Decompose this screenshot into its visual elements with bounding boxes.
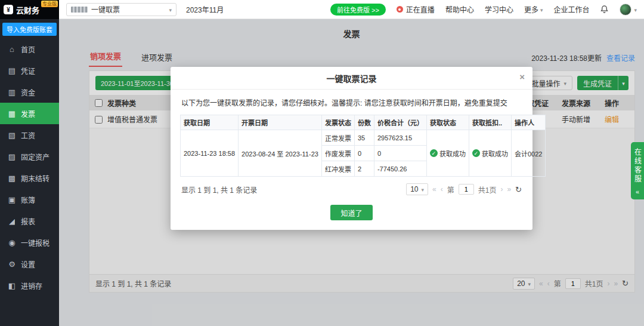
import-free-account-button[interactable]: 导入免费版账套 [2, 23, 57, 36]
record-row: 2023-11-23 18:58 2023-08-24 至 2023-11-23… [181, 130, 546, 146]
success-icon [472, 149, 480, 157]
enterprise-workbench-link[interactable]: 企业工作台 [553, 4, 589, 14]
cell-amount: -77450.26 [374, 161, 426, 177]
chevron-down-icon [634, 5, 637, 14]
chevron-down-icon [421, 185, 424, 193]
next-page-button[interactable] [500, 185, 503, 193]
sidebar-item-carryover[interactable]: ▩ 期末结转 [0, 167, 59, 189]
more-menu[interactable]: 更多 [524, 4, 543, 14]
records-table-header: 获取日期 开票日期 发票状态 份数 价税合计（元） 获取状态 获取抵扣.. 操作… [181, 115, 546, 130]
sidebar-item-invoice[interactable]: ▦ 发票 [0, 103, 59, 124]
goto-free-version-button[interactable]: 前往免费版 >> [330, 4, 386, 16]
voucher-icon: ▤ [8, 66, 16, 75]
sidebar-item-label: 报表 [21, 216, 35, 226]
sidebar-item-inventory[interactable]: ◧ 进销存 [0, 275, 59, 296]
sidebar-item-funds[interactable]: ▥ 资金 [0, 81, 59, 103]
account-select[interactable]: 一键取票 [66, 3, 177, 16]
col-header-amount: 价税合计（元） [374, 115, 426, 130]
close-icon[interactable]: × [519, 72, 525, 81]
sidebar-item-label: 账簿 [21, 195, 35, 205]
header-actions: 前往免费版 >> 正在直播 帮助中心 学习中心 更多 企业工作台 [330, 4, 637, 16]
col-header-count: 份数 [354, 115, 374, 130]
page-size-select[interactable]: 10 [406, 183, 428, 195]
pro-version-badge: 专业版 [41, 1, 58, 7]
accounting-period[interactable]: 2023年11月 [186, 4, 224, 14]
page-size-value: 10 [410, 185, 418, 193]
success-icon [430, 149, 438, 157]
online-service-tab[interactable]: 在线客服 « [631, 142, 644, 199]
first-page-button[interactable] [432, 185, 436, 193]
fetch-status-label: 获取成功 [439, 149, 466, 158]
cell-amount: 0 [374, 146, 426, 161]
sidebar-item-tax[interactable]: ◉ 一键报税 [0, 232, 59, 253]
cell-status: 正常发票 [321, 130, 354, 146]
sidebar-item-label: 首页 [21, 44, 35, 54]
cell-count: 35 [354, 130, 374, 146]
cell-count: 0 [354, 146, 374, 161]
pagination-summary: 显示 1 到 1, 共 1 条记录 [181, 184, 257, 195]
col-header-fetch-status: 获取状态 [426, 115, 469, 130]
top-header: 一键取票 2023年11月 前往免费版 >> 正在直播 帮助中心 学习中心 更多… [59, 0, 644, 19]
sidebar-item-label: 发票 [21, 109, 35, 119]
page-total-label: 共1页 [478, 184, 497, 195]
cell-amount: 2957623.15 [374, 130, 426, 146]
help-center-link[interactable]: 帮助中心 [445, 4, 474, 14]
collapse-icon: « [636, 188, 639, 195]
sidebar-item-fixed-assets[interactable]: ▨ 固定资产 [0, 146, 59, 167]
notification-bell-icon[interactable] [600, 5, 609, 14]
study-center-link[interactable]: 学习中心 [485, 4, 513, 14]
avatar [620, 4, 631, 16]
logo-icon [4, 5, 13, 14]
live-label: 正在直播 [406, 4, 435, 14]
cell-count: 2 [354, 161, 374, 177]
app-window: 云财务 专业版 导入免费版账套 ⌂ 首页 ▤ 凭证 ▥ 资金 ▦ 发票 ▧ [0, 0, 644, 326]
last-page-button[interactable] [507, 185, 511, 193]
sidebar-item-report[interactable]: ◢ 报表 [0, 210, 59, 232]
fixed-assets-icon: ▨ [8, 152, 16, 161]
tax-icon: ◉ [8, 238, 16, 247]
cell-invoice-date: 2023-08-24 至 2023-11-23 [239, 130, 322, 177]
cell-status: 作废发票 [321, 146, 354, 161]
sidebar-item-salary[interactable]: ▧ 工资 [0, 124, 59, 146]
salary-icon: ▧ [8, 131, 16, 140]
cell-operator: 会计0022 [511, 130, 545, 177]
more-menu-label: 更多 [524, 4, 538, 14]
redacted-account-name [71, 7, 88, 13]
fetch-records-table: 获取日期 开票日期 发票状态 份数 价税合计（元） 获取状态 获取抵扣.. 操作… [180, 115, 546, 177]
sidebar-item-label: 资金 [21, 87, 35, 97]
deduct-status-label: 获取成功 [482, 149, 508, 158]
chevron-down-icon [169, 5, 172, 14]
account-select-value: 一键取票 [91, 4, 120, 14]
dialog-pagination: 显示 1 到 1, 共 1 条记录 10 第 共1页 [171, 177, 532, 198]
funds-icon: ▥ [8, 88, 16, 97]
page-number-input[interactable] [459, 184, 474, 195]
sidebar-item-label: 设置 [21, 259, 35, 269]
sidebar-item-label: 工资 [21, 130, 35, 140]
col-header-invoice-status: 发票状态 [321, 115, 354, 130]
logo-text: 云财务 [16, 4, 39, 16]
online-service-label: 在线客服 [633, 148, 643, 184]
report-icon: ◢ [8, 217, 16, 226]
dialog-description: 以下为您一键获取发票的记录，请您仔细核对。温馨提示: 请您注意获取时间和开票日期… [171, 90, 532, 111]
live-stream-link[interactable]: 正在直播 [397, 4, 435, 14]
carryover-icon: ▩ [8, 174, 16, 183]
confirm-button[interactable]: 知道了 [330, 205, 372, 220]
home-icon: ⌂ [8, 45, 16, 54]
inventory-icon: ◧ [8, 281, 16, 290]
sidebar-item-home[interactable]: ⌂ 首页 [0, 38, 59, 60]
app-logo: 云财务 专业版 [0, 0, 59, 19]
sidebar: 云财务 专业版 导入免费版账套 ⌂ 首页 ▤ 凭证 ▥ 资金 ▦ 发票 ▧ [0, 0, 59, 326]
live-icon [397, 6, 403, 13]
sidebar-item-label: 一键报税 [21, 238, 49, 248]
user-menu[interactable] [620, 4, 637, 16]
refresh-button[interactable] [515, 185, 522, 194]
sidebar-item-ledger[interactable]: ▣ 账簿 [0, 189, 59, 210]
ledger-icon: ▣ [8, 195, 16, 204]
col-header-invoice-date: 开票日期 [239, 115, 322, 130]
sidebar-item-settings[interactable]: ⚙ 设置 [0, 253, 59, 275]
cell-status: 红冲发票 [321, 161, 354, 177]
sidebar-item-voucher[interactable]: ▤ 凭证 [0, 60, 59, 81]
col-header-get-date: 获取日期 [181, 115, 239, 130]
sidebar-item-label: 凭证 [21, 66, 35, 76]
prev-page-button[interactable] [441, 185, 443, 193]
